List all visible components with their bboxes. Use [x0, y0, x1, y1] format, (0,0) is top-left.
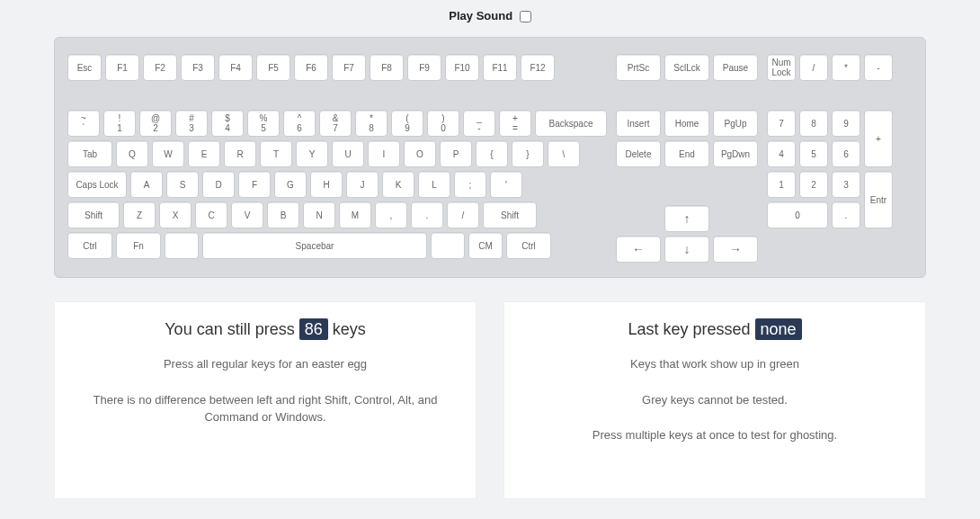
key-insert[interactable]: Insert	[616, 110, 661, 137]
key-u[interactable]: U	[332, 140, 364, 167]
key-context-menu[interactable]: CM	[468, 232, 503, 259]
sound-checkbox[interactable]	[520, 11, 531, 22]
key-esc[interactable]: Esc	[67, 54, 102, 81]
key-f7[interactable]: F7	[332, 54, 366, 81]
key-np-4[interactable]: 4	[767, 140, 796, 167]
key-`[interactable]: ~`	[67, 110, 100, 137]
key-'[interactable]: '	[490, 171, 522, 198]
key--[interactable]: _-	[463, 110, 495, 137]
key-f5[interactable]: F5	[256, 54, 290, 81]
key-f[interactable]: F	[238, 171, 271, 198]
key-f12[interactable]: F12	[521, 54, 555, 81]
key-f6[interactable]: F6	[294, 54, 328, 81]
key-d[interactable]: D	[202, 171, 235, 198]
key-np-1[interactable]: 1	[767, 171, 796, 198]
key-a[interactable]: A	[130, 171, 163, 198]
key-f9[interactable]: F9	[407, 54, 441, 81]
key-pgdwn[interactable]: PgDwn	[713, 140, 758, 167]
key-x[interactable]: X	[159, 201, 192, 228]
key-8[interactable]: *8	[355, 110, 388, 137]
key-c[interactable]: C	[195, 201, 227, 228]
key-np-7[interactable]: 7	[767, 110, 796, 137]
key-f8[interactable]: F8	[370, 54, 404, 81]
key-prtsc[interactable]: PrtSc	[616, 54, 661, 81]
key-f2[interactable]: F2	[143, 54, 177, 81]
key-pause[interactable]: Pause	[713, 54, 758, 81]
key-p[interactable]: P	[440, 140, 472, 167]
key-f3[interactable]: F3	[181, 54, 215, 81]
key-s[interactable]: S	[166, 171, 199, 198]
key-shift-right[interactable]: Shift	[483, 201, 537, 228]
key-;[interactable]: ;	[454, 171, 486, 198]
key-b[interactable]: B	[267, 201, 299, 228]
key-spacebar[interactable]: Spacebar	[202, 232, 427, 259]
numpad-plus[interactable]: +	[864, 110, 893, 167]
key-3[interactable]: #3	[175, 110, 208, 137]
key-g[interactable]: G	[274, 171, 307, 198]
numpad-enter[interactable]: Entr	[864, 171, 893, 228]
key-backspace[interactable]: Backspace	[535, 110, 607, 137]
key-np-dot[interactable]: .	[832, 201, 860, 228]
key-{[interactable]: {	[476, 140, 508, 167]
key-v[interactable]: V	[231, 201, 263, 228]
key-f11[interactable]: F11	[483, 54, 517, 81]
key-e[interactable]: E	[188, 140, 220, 167]
key-np-2[interactable]: 2	[799, 171, 828, 198]
key-np-minus[interactable]: -	[864, 54, 893, 81]
key-arrow-down[interactable]: ↓	[664, 236, 709, 263]
key-t[interactable]: T	[260, 140, 292, 167]
key-np-9[interactable]: 9	[832, 110, 860, 137]
key-arrow-up[interactable]: ↑	[664, 205, 709, 232]
key-r[interactable]: R	[224, 140, 256, 167]
key-\[interactable]: \	[548, 140, 580, 167]
key-i[interactable]: I	[368, 140, 400, 167]
key-np-slash[interactable]: /	[799, 54, 828, 81]
key-ctrl-left[interactable]: Ctrl	[67, 232, 112, 259]
key-5[interactable]: %5	[247, 110, 280, 137]
key-=[interactable]: +=	[499, 110, 531, 137]
key-fn[interactable]: Fn	[116, 232, 161, 259]
key-j[interactable]: J	[346, 171, 379, 198]
key-f10[interactable]: F10	[445, 54, 479, 81]
key-z[interactable]: Z	[123, 201, 156, 228]
key-shift-left[interactable]: Shift	[67, 201, 120, 228]
key-o[interactable]: O	[404, 140, 436, 167]
key-np-6[interactable]: 6	[832, 140, 860, 167]
key-,[interactable]: ,	[375, 201, 407, 228]
key-h[interactable]: H	[310, 171, 343, 198]
key-alt-left[interactable]	[165, 232, 199, 259]
key-arrow-right[interactable]: →	[713, 236, 758, 263]
key-ctrl-right[interactable]: Ctrl	[506, 232, 551, 259]
key-6[interactable]: ^6	[283, 110, 316, 137]
key-alt-right[interactable]	[431, 232, 465, 259]
key-arrow-left[interactable]: ←	[616, 236, 661, 263]
key-}[interactable]: }	[512, 140, 544, 167]
key-m[interactable]: M	[339, 201, 371, 228]
key-0[interactable]: )0	[427, 110, 459, 137]
key-numlock[interactable]: NumLock	[767, 54, 796, 81]
key-delete[interactable]: Delete	[616, 140, 661, 167]
key-1[interactable]: !1	[103, 110, 136, 137]
key-pgup[interactable]: PgUp	[713, 110, 758, 137]
key-n[interactable]: N	[303, 201, 335, 228]
key-end[interactable]: End	[664, 140, 709, 167]
key-2[interactable]: @2	[139, 110, 172, 137]
key-k[interactable]: K	[382, 171, 414, 198]
key-l[interactable]: L	[418, 171, 450, 198]
key-7[interactable]: &7	[319, 110, 352, 137]
key-scllck[interactable]: SclLck	[664, 54, 709, 81]
key-y[interactable]: Y	[296, 140, 328, 167]
key-.[interactable]: .	[411, 201, 443, 228]
key-9[interactable]: (9	[391, 110, 423, 137]
key-home[interactable]: Home	[664, 110, 709, 137]
key-f1[interactable]: F1	[105, 54, 139, 81]
key-tab[interactable]: Tab	[67, 140, 112, 167]
key-f4[interactable]: F4	[218, 54, 253, 81]
key-np-star[interactable]: *	[832, 54, 860, 81]
key-/[interactable]: /	[447, 201, 479, 228]
key-np-0[interactable]: 0	[767, 201, 828, 228]
key-np-5[interactable]: 5	[799, 140, 828, 167]
key-np-8[interactable]: 8	[799, 110, 828, 137]
key-w[interactable]: W	[152, 140, 184, 167]
key-np-3[interactable]: 3	[832, 171, 860, 198]
